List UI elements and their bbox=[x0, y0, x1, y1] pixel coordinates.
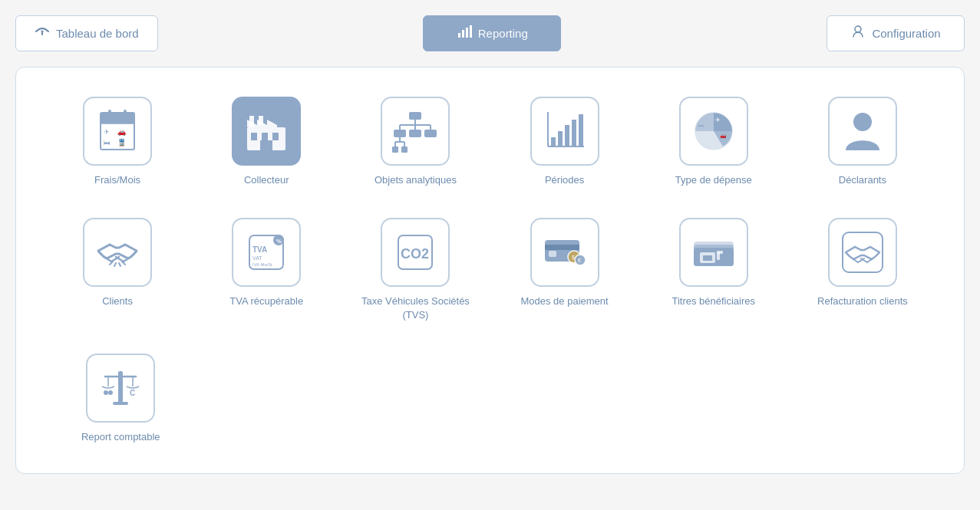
taxe-vehicules-icon-box: CO2 bbox=[381, 218, 450, 287]
type-depense-label: Type de dépense bbox=[675, 173, 752, 187]
taxe-vehicules-label: Taxe Véhicules Sociétés (TVS) bbox=[351, 294, 480, 322]
frais-mois-icon: ✈ 🚗 🛏 🚆 bbox=[94, 108, 140, 154]
configuration-button[interactable]: Configuration bbox=[827, 15, 965, 51]
taxe-vehicules-icon: CO2 bbox=[392, 229, 438, 275]
svg-rect-46 bbox=[579, 114, 583, 146]
titres-beneficiaires-icon-box bbox=[679, 218, 748, 287]
svg-rect-21 bbox=[272, 133, 279, 140]
collecteur-icon-box bbox=[232, 97, 301, 166]
svg-rect-4 bbox=[466, 28, 468, 38]
svg-text:✈: ✈ bbox=[104, 128, 110, 136]
menu-item-modes-paiement[interactable]: € $ Modes de paiement bbox=[494, 212, 635, 328]
svg-rect-23 bbox=[249, 116, 254, 127]
svg-rect-43 bbox=[558, 131, 563, 146]
svg-rect-73 bbox=[717, 251, 723, 254]
svg-point-79 bbox=[104, 390, 108, 395]
menu-item-taxe-vehicules[interactable]: CO2 Taxe Véhicules Sociétés (TVS) bbox=[345, 212, 486, 328]
svg-text:IVA  MwSt: IVA MwSt bbox=[252, 262, 272, 267]
periodes-icon-box bbox=[530, 97, 599, 166]
titres-beneficiaires-label: Titres bénéficiaires bbox=[671, 294, 755, 308]
svg-rect-62 bbox=[549, 251, 556, 257]
reporting-button[interactable]: Reporting bbox=[423, 15, 561, 51]
svg-rect-31 bbox=[409, 130, 421, 137]
svg-rect-9 bbox=[101, 113, 134, 123]
svg-point-51 bbox=[853, 113, 872, 131]
refacturation-icon bbox=[840, 229, 886, 275]
svg-point-1 bbox=[41, 31, 44, 33]
svg-text:TVA: TVA bbox=[252, 245, 267, 254]
configuration-label: Configuration bbox=[872, 27, 940, 40]
menu-item-clients[interactable]: Clients bbox=[47, 212, 188, 328]
report-comptable-icon-box: C bbox=[86, 354, 155, 423]
svg-rect-83 bbox=[113, 402, 128, 405]
modes-paiement-icon: € $ bbox=[542, 229, 588, 275]
svg-rect-20 bbox=[262, 133, 268, 140]
titres-beneficiaires-icon bbox=[691, 229, 737, 275]
svg-rect-24 bbox=[259, 116, 263, 125]
svg-text:✈: ✈ bbox=[715, 117, 721, 123]
svg-rect-42 bbox=[551, 137, 556, 146]
tva-icon-box: % TVA VAT IVA MwSt bbox=[232, 218, 301, 287]
svg-text:$: $ bbox=[572, 255, 575, 260]
svg-text:VAT: VAT bbox=[252, 255, 262, 261]
svg-rect-45 bbox=[572, 120, 576, 146]
periodes-icon bbox=[542, 108, 588, 154]
svg-rect-37 bbox=[392, 146, 398, 153]
svg-rect-25 bbox=[409, 112, 421, 120]
tableau-label: Tableau de bord bbox=[56, 27, 139, 40]
menu-item-titres-beneficiaires[interactable]: Titres bénéficiaires bbox=[643, 212, 784, 328]
frais-mois-label: Frais/Mois bbox=[94, 173, 140, 187]
declarants-icon bbox=[840, 108, 886, 154]
svg-rect-61 bbox=[545, 245, 579, 250]
svg-rect-2 bbox=[458, 33, 460, 38]
svg-rect-22 bbox=[260, 140, 272, 150]
objets-analytiques-icon bbox=[392, 108, 438, 154]
tva-icon: % TVA VAT IVA MwSt bbox=[243, 229, 289, 275]
menu-item-report-comptable[interactable]: C Report comptable bbox=[47, 347, 195, 450]
menu-grid-row3: C Report comptable bbox=[47, 347, 933, 450]
refacturation-label: Refacturation clients bbox=[817, 294, 908, 308]
type-depense-icon: ✈ 🚗 🛏 bbox=[691, 108, 737, 154]
modes-paiement-label: Modes de paiement bbox=[520, 294, 608, 308]
objets-analytiques-icon-box bbox=[381, 97, 450, 166]
menu-item-frais-mois[interactable]: ✈ 🚗 🛏 🚆 Frais/Mois bbox=[47, 90, 188, 193]
modes-paiement-icon-box: € $ bbox=[530, 218, 599, 287]
svg-point-80 bbox=[108, 390, 113, 395]
menu-item-type-depense[interactable]: ✈ 🚗 🛏 Type de dépense bbox=[643, 90, 784, 193]
clients-label: Clients bbox=[102, 294, 133, 308]
menu-item-declarants[interactable]: Déclarants bbox=[792, 90, 933, 193]
svg-point-16 bbox=[124, 110, 127, 113]
svg-rect-39 bbox=[401, 146, 408, 153]
menu-item-tva[interactable]: % TVA VAT IVA MwSt TVA récupérable bbox=[196, 212, 337, 328]
svg-point-15 bbox=[108, 110, 111, 113]
collecteur-icon bbox=[243, 108, 289, 154]
svg-text:€: € bbox=[578, 258, 581, 263]
reporting-label: Reporting bbox=[478, 27, 528, 40]
menu-grid-row1: ✈ 🚗 🛏 🚆 Frais/Mois bbox=[47, 90, 933, 193]
svg-rect-19 bbox=[251, 133, 257, 140]
declarants-icon-box bbox=[828, 97, 897, 166]
tableau-de-bord-button[interactable]: Tableau de bord bbox=[15, 15, 158, 51]
menu-item-objets-analytiques[interactable]: Objets analytiques bbox=[345, 90, 486, 193]
menu-grid-row2: Clients % TVA VAT IVA MwSt TVA récupérab… bbox=[47, 212, 933, 328]
reporting-icon bbox=[457, 24, 472, 43]
periodes-label: Périodes bbox=[545, 173, 584, 187]
clients-icon-box bbox=[83, 218, 152, 287]
declarants-label: Déclarants bbox=[839, 173, 886, 187]
svg-text:🚗: 🚗 bbox=[720, 132, 727, 139]
menu-item-collecteur[interactable]: Collecteur bbox=[196, 90, 337, 193]
svg-text:🚆: 🚆 bbox=[117, 138, 127, 147]
frais-mois-icon-box: ✈ 🚗 🛏 🚆 bbox=[83, 97, 152, 166]
svg-point-6 bbox=[855, 26, 861, 32]
svg-text:CO2: CO2 bbox=[401, 246, 429, 262]
menu-item-periodes[interactable]: Périodes bbox=[494, 90, 635, 193]
svg-text:🛏: 🛏 bbox=[104, 139, 111, 146]
svg-rect-3 bbox=[462, 30, 464, 38]
svg-rect-33 bbox=[424, 130, 437, 137]
menu-item-refacturation[interactable]: Refacturation clients bbox=[792, 212, 933, 328]
clients-icon bbox=[94, 229, 140, 275]
report-comptable-label: Report comptable bbox=[81, 430, 160, 444]
top-navigation: Tableau de bord Reporting Configuration bbox=[15, 15, 965, 51]
svg-rect-29 bbox=[394, 130, 406, 137]
svg-rect-5 bbox=[470, 25, 472, 38]
